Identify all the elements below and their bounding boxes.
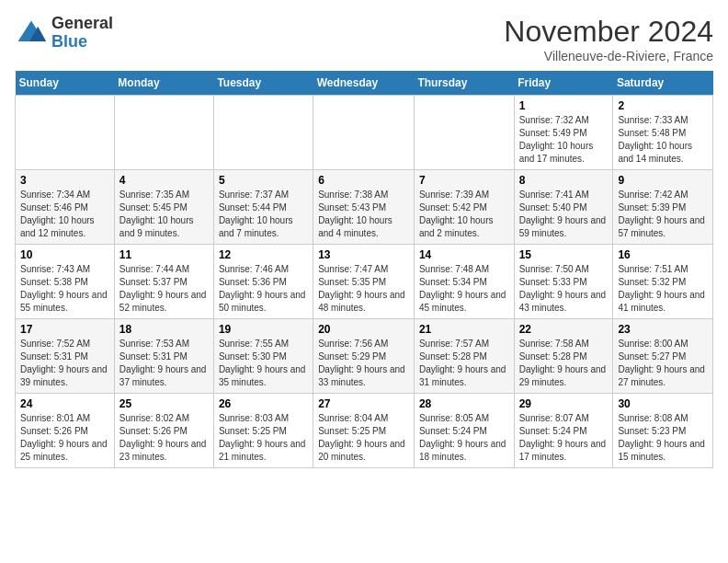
- day-info: Sunrise: 7:48 AM Sunset: 5:34 PM Dayligh…: [419, 263, 509, 315]
- title-area: November 2024 Villeneuve-de-Riviere, Fra…: [504, 15, 713, 63]
- day-info: Sunrise: 7:55 AM Sunset: 5:30 PM Dayligh…: [219, 338, 308, 389]
- calendar-cell: [16, 96, 115, 170]
- calendar-cell: 4Sunrise: 7:35 AM Sunset: 5:45 PM Daylig…: [114, 170, 213, 245]
- column-header-friday: Friday: [514, 71, 613, 96]
- column-header-saturday: Saturday: [613, 71, 713, 96]
- day-info: Sunrise: 8:02 AM Sunset: 5:26 PM Dayligh…: [119, 412, 209, 464]
- calendar-cell: 3Sunrise: 7:34 AM Sunset: 5:46 PM Daylig…: [16, 170, 115, 245]
- calendar-cell: 15Sunrise: 7:50 AM Sunset: 5:33 PM Dayli…: [514, 245, 613, 319]
- day-number: 22: [519, 323, 609, 336]
- calendar-table: SundayMondayTuesdayWednesdayThursdayFrid…: [15, 71, 713, 468]
- day-number: 4: [119, 174, 209, 187]
- calendar-cell: 16Sunrise: 7:51 AM Sunset: 5:32 PM Dayli…: [613, 245, 713, 319]
- calendar-cell: 9Sunrise: 7:42 AM Sunset: 5:39 PM Daylig…: [613, 170, 713, 245]
- logo-general: General: [51, 14, 113, 32]
- day-info: Sunrise: 7:34 AM Sunset: 5:46 PM Dayligh…: [20, 189, 109, 240]
- page-header: General Blue November 2024 Villeneuve-de…: [15, 15, 713, 63]
- day-number: 7: [419, 174, 509, 187]
- logo-blue: Blue: [51, 32, 87, 51]
- day-number: 21: [419, 323, 509, 336]
- logo: General Blue: [15, 15, 113, 52]
- calendar-cell: 13Sunrise: 7:47 AM Sunset: 5:35 PM Dayli…: [313, 245, 415, 319]
- calendar-cell: 8Sunrise: 7:41 AM Sunset: 5:40 PM Daylig…: [514, 170, 613, 245]
- calendar-cell: 7Sunrise: 7:39 AM Sunset: 5:42 PM Daylig…: [414, 170, 514, 245]
- day-number: 14: [419, 248, 509, 261]
- calendar-week-3: 10Sunrise: 7:43 AM Sunset: 5:38 PM Dayli…: [16, 245, 713, 319]
- day-number: 9: [618, 174, 708, 187]
- calendar-cell: 27Sunrise: 8:04 AM Sunset: 5:25 PM Dayli…: [313, 394, 415, 468]
- day-number: 13: [318, 248, 409, 261]
- day-number: 25: [119, 397, 209, 410]
- calendar-cell: 6Sunrise: 7:38 AM Sunset: 5:43 PM Daylig…: [313, 170, 415, 245]
- day-number: 6: [318, 174, 409, 187]
- logo-icon: [15, 17, 48, 50]
- column-header-sunday: Sunday: [16, 71, 115, 96]
- day-number: 1: [519, 99, 609, 112]
- calendar-cell: 10Sunrise: 7:43 AM Sunset: 5:38 PM Dayli…: [16, 245, 115, 319]
- month-title: November 2024: [504, 15, 713, 49]
- column-header-wednesday: Wednesday: [313, 71, 415, 96]
- day-number: 3: [20, 174, 109, 187]
- day-info: Sunrise: 7:33 AM Sunset: 5:48 PM Dayligh…: [618, 114, 708, 166]
- day-info: Sunrise: 8:03 AM Sunset: 5:25 PM Dayligh…: [219, 412, 308, 464]
- column-header-tuesday: Tuesday: [213, 71, 313, 96]
- day-number: 15: [519, 248, 609, 261]
- calendar-cell: 20Sunrise: 7:56 AM Sunset: 5:29 PM Dayli…: [313, 319, 415, 394]
- day-number: 27: [318, 397, 409, 410]
- day-number: 8: [519, 174, 609, 187]
- day-number: 18: [119, 323, 209, 336]
- day-info: Sunrise: 7:37 AM Sunset: 5:44 PM Dayligh…: [219, 189, 308, 240]
- calendar-week-4: 17Sunrise: 7:52 AM Sunset: 5:31 PM Dayli…: [16, 319, 713, 394]
- calendar-cell: 14Sunrise: 7:48 AM Sunset: 5:34 PM Dayli…: [414, 245, 514, 319]
- calendar-cell: 22Sunrise: 7:58 AM Sunset: 5:28 PM Dayli…: [514, 319, 613, 394]
- day-number: 30: [618, 397, 708, 410]
- calendar-cell: 28Sunrise: 8:05 AM Sunset: 5:24 PM Dayli…: [414, 394, 514, 468]
- calendar-cell: 18Sunrise: 7:53 AM Sunset: 5:31 PM Dayli…: [114, 319, 213, 394]
- day-number: 11: [119, 248, 209, 261]
- day-info: Sunrise: 7:47 AM Sunset: 5:35 PM Dayligh…: [318, 263, 409, 315]
- day-info: Sunrise: 7:52 AM Sunset: 5:31 PM Dayligh…: [20, 338, 109, 389]
- day-info: Sunrise: 7:53 AM Sunset: 5:31 PM Dayligh…: [119, 338, 209, 389]
- calendar-cell: 24Sunrise: 8:01 AM Sunset: 5:26 PM Dayli…: [16, 394, 115, 468]
- calendar-cell: 2Sunrise: 7:33 AM Sunset: 5:48 PM Daylig…: [613, 96, 713, 170]
- calendar-cell: [213, 96, 313, 170]
- day-info: Sunrise: 7:42 AM Sunset: 5:39 PM Dayligh…: [618, 189, 708, 240]
- day-number: 19: [219, 323, 308, 336]
- day-number: 5: [219, 174, 308, 187]
- location-subtitle: Villeneuve-de-Riviere, France: [504, 49, 713, 63]
- calendar-cell: [114, 96, 213, 170]
- day-info: Sunrise: 7:50 AM Sunset: 5:33 PM Dayligh…: [519, 263, 609, 315]
- day-number: 17: [20, 323, 109, 336]
- day-info: Sunrise: 7:38 AM Sunset: 5:43 PM Dayligh…: [318, 189, 409, 240]
- calendar-cell: 11Sunrise: 7:44 AM Sunset: 5:37 PM Dayli…: [114, 245, 213, 319]
- day-info: Sunrise: 8:05 AM Sunset: 5:24 PM Dayligh…: [419, 412, 509, 464]
- calendar-cell: 25Sunrise: 8:02 AM Sunset: 5:26 PM Dayli…: [114, 394, 213, 468]
- day-number: 2: [618, 99, 708, 112]
- day-info: Sunrise: 8:08 AM Sunset: 5:23 PM Dayligh…: [618, 412, 708, 464]
- column-header-monday: Monday: [114, 71, 213, 96]
- calendar-cell: [414, 96, 514, 170]
- calendar-cell: 12Sunrise: 7:46 AM Sunset: 5:36 PM Dayli…: [213, 245, 313, 319]
- day-number: 24: [20, 397, 109, 410]
- calendar-cell: 29Sunrise: 8:07 AM Sunset: 5:24 PM Dayli…: [514, 394, 613, 468]
- calendar-cell: [313, 96, 415, 170]
- day-info: Sunrise: 7:39 AM Sunset: 5:42 PM Dayligh…: [419, 189, 509, 240]
- day-info: Sunrise: 7:46 AM Sunset: 5:36 PM Dayligh…: [219, 263, 308, 315]
- calendar-cell: 26Sunrise: 8:03 AM Sunset: 5:25 PM Dayli…: [213, 394, 313, 468]
- day-number: 29: [519, 397, 609, 410]
- calendar-cell: 17Sunrise: 7:52 AM Sunset: 5:31 PM Dayli…: [16, 319, 115, 394]
- day-info: Sunrise: 7:58 AM Sunset: 5:28 PM Dayligh…: [519, 338, 609, 389]
- day-number: 20: [318, 323, 409, 336]
- calendar-week-5: 24Sunrise: 8:01 AM Sunset: 5:26 PM Dayli…: [16, 394, 713, 468]
- calendar-header-row: SundayMondayTuesdayWednesdayThursdayFrid…: [16, 71, 713, 96]
- day-info: Sunrise: 7:44 AM Sunset: 5:37 PM Dayligh…: [119, 263, 209, 315]
- day-number: 16: [618, 248, 708, 261]
- calendar-cell: 19Sunrise: 7:55 AM Sunset: 5:30 PM Dayli…: [213, 319, 313, 394]
- day-info: Sunrise: 8:01 AM Sunset: 5:26 PM Dayligh…: [20, 412, 109, 464]
- logo-text: General Blue: [51, 15, 113, 52]
- calendar-week-2: 3Sunrise: 7:34 AM Sunset: 5:46 PM Daylig…: [16, 170, 713, 245]
- column-header-thursday: Thursday: [414, 71, 514, 96]
- calendar-week-1: 1Sunrise: 7:32 AM Sunset: 5:49 PM Daylig…: [16, 96, 713, 170]
- calendar-cell: 30Sunrise: 8:08 AM Sunset: 5:23 PM Dayli…: [613, 394, 713, 468]
- day-info: Sunrise: 7:51 AM Sunset: 5:32 PM Dayligh…: [618, 263, 708, 315]
